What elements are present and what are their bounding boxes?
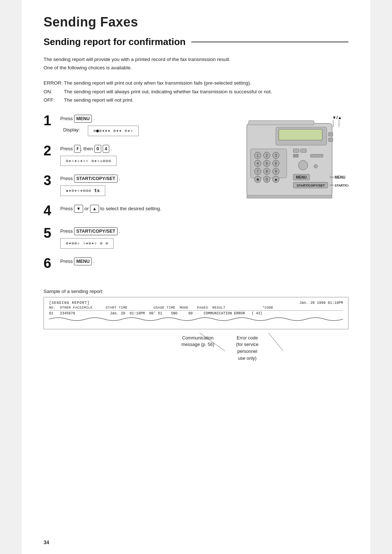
step-5-body: Press START/COPY/SET . ❊✦❊❊✧ ✧✦❊✦✧ ❊ ❊ bbox=[60, 225, 232, 249]
step-1-body: Press MENU . Display: ❊●❊✦✦✦ ❊✦✦ ❊✦✧ bbox=[60, 113, 232, 136]
svg-text:3: 3 bbox=[275, 154, 277, 158]
section-title: Sending report for confirmation bbox=[44, 36, 185, 48]
step-4: 4 Press ▼ or ▲ to select the desired set… bbox=[44, 203, 232, 219]
svg-rect-35 bbox=[301, 149, 306, 152]
step-6-body: Press MENU . bbox=[60, 255, 232, 267]
svg-text:START/COPY/SET: START/COPY/SET bbox=[297, 184, 325, 187]
svg-rect-37 bbox=[310, 154, 323, 157]
svg-text:9: 9 bbox=[275, 170, 277, 174]
svg-rect-43 bbox=[249, 121, 314, 125]
step-6-number: 6 bbox=[44, 255, 60, 271]
fax-svg: ▼/▲ 1 2 3 bbox=[240, 113, 348, 232]
title-rule bbox=[191, 41, 348, 43]
step-3-number: 3 bbox=[44, 172, 60, 188]
hash-key: ♯ bbox=[74, 145, 81, 153]
svg-text:7: 7 bbox=[257, 170, 259, 174]
sample-section: Sample of a sending report [SENDING REPO… bbox=[44, 289, 348, 362]
svg-text:4: 4 bbox=[257, 162, 259, 166]
svg-rect-48 bbox=[247, 195, 332, 198]
down-arrow-key: ▼ bbox=[74, 205, 83, 213]
step-6: 6 Press MENU . bbox=[44, 255, 232, 271]
display-text-3: ★✦❊✦✧✦❊❊❊ ts bbox=[60, 186, 105, 196]
svg-rect-7 bbox=[328, 138, 333, 142]
svg-text:5: 5 bbox=[266, 162, 268, 166]
display-label-1: Display: bbox=[63, 126, 85, 134]
start-copy-set-key-3: START/COPY/SET bbox=[74, 175, 117, 183]
main-content: 1 Press MENU . Display: ❊●❊✦✦✦ ❊✦✦ ❊✦✧ 2… bbox=[44, 113, 348, 278]
svg-text:START/COPY/SET: START/COPY/SET bbox=[335, 184, 348, 187]
annotation-labels: Communication message (p. 56) Error code… bbox=[181, 335, 258, 362]
menu-key-6: MENU bbox=[74, 257, 92, 265]
svg-rect-34 bbox=[293, 149, 299, 152]
step-2-body: Press ♯, then 0 4 . ❊✦✧✦✧✦✧✧ ❊✦✧✫❊❊❊ bbox=[60, 143, 232, 166]
svg-rect-5 bbox=[279, 129, 322, 140]
communication-annotation: Communication message (p. 56) bbox=[181, 335, 214, 362]
svg-rect-36 bbox=[293, 154, 298, 157]
svg-text:2: 2 bbox=[266, 154, 268, 158]
sample-label: Sample of a sending report bbox=[44, 289, 348, 294]
svg-text:1: 1 bbox=[257, 154, 259, 158]
report-data-row: 01 2345678 Jan. 20 01:18PM 00' 51 SND 00… bbox=[49, 311, 343, 315]
svg-text:■: ■ bbox=[275, 178, 277, 182]
up-arrow-key: ▲ bbox=[90, 205, 99, 213]
report-date: Jan. 20 1999 01:19PM bbox=[299, 301, 343, 305]
step-4-body: Press ▼ or ▲ to select the desired setti… bbox=[60, 203, 232, 214]
report-header-row: [SENDING REPORT] Jan. 20 1999 01:19PM bbox=[49, 301, 343, 305]
step-2: 2 Press ♯, then 0 4 . ❊✦✧✦✧✦✧✧ ❊✦✧✫❊❊❊ bbox=[44, 143, 232, 166]
step-5-number: 5 bbox=[44, 225, 60, 241]
step-4-number: 4 bbox=[44, 203, 60, 219]
error-code-annotation: Error code (for service personnel use on… bbox=[236, 335, 258, 362]
svg-text:0: 0 bbox=[266, 178, 268, 182]
page-number: 34 bbox=[44, 539, 49, 545]
start-copy-set-key-5: START/COPY/SET bbox=[74, 227, 117, 235]
svg-text:8: 8 bbox=[266, 170, 268, 174]
report-col-headers: NO. OTHER FACSIMILE START TIME USAGE TIM… bbox=[49, 306, 343, 311]
svg-text:✱: ✱ bbox=[256, 178, 259, 182]
step-2-number: 2 bbox=[44, 143, 60, 159]
svg-line-50 bbox=[269, 333, 283, 351]
svg-text:6: 6 bbox=[275, 162, 277, 166]
chapter-title: Sending Faxes bbox=[44, 15, 348, 30]
display-text-5: ❊✦❊❊✧ ✧✦❊✦✧ ❊ ❊ bbox=[60, 238, 114, 249]
fax-machine-diagram: ▼/▲ 1 2 3 bbox=[240, 113, 348, 234]
report-title: [SENDING REPORT] bbox=[49, 301, 90, 305]
step-1-number: 1 bbox=[44, 113, 60, 129]
key-4: 4 bbox=[103, 145, 110, 153]
section-title-bar: Sending report for confirmation bbox=[44, 36, 348, 48]
annotation-area: Communication message (p. 56) Error code… bbox=[44, 333, 348, 362]
intro-text: The sending report will provide you with… bbox=[44, 56, 348, 72]
step-5: 5 Press START/COPY/SET . ❊✦❊❊✧ ✧✦❊✦✧ ❊ ❊ bbox=[44, 225, 232, 249]
key-0: 0 bbox=[94, 145, 101, 153]
steps-column: 1 Press MENU . Display: ❊●❊✦✦✦ ❊✦✦ ❊✦✧ 2… bbox=[44, 113, 232, 278]
step-1: 1 Press MENU . Display: ❊●❊✦✦✦ ❊✦✦ ❊✦✧ bbox=[44, 113, 232, 136]
display-text-1: ❊●❊✦✦✦ ❊✦✦ ❊✦✧ bbox=[88, 126, 139, 136]
svg-point-33 bbox=[298, 160, 308, 170]
display-text-2: ❊✦✧✦✧✦✧✧ ❊✦✧✫❊❊❊ bbox=[60, 156, 117, 166]
svg-rect-6 bbox=[328, 133, 333, 136]
report-box: [SENDING REPORT] Jan. 20 1999 01:19PM NO… bbox=[44, 297, 348, 329]
step-3: 3 Press START/COPY/SET . ★✦❊✦✧✦❊❊❊ ts bbox=[44, 172, 232, 196]
svg-text:▼/▲: ▼/▲ bbox=[332, 115, 342, 120]
options-block: ERROR: The sending report will print out… bbox=[44, 79, 348, 105]
menu-key-1: MENU bbox=[74, 115, 92, 123]
svg-text:MENU: MENU bbox=[335, 175, 345, 179]
svg-point-38 bbox=[314, 164, 318, 168]
wavy-line bbox=[49, 315, 343, 323]
svg-text:MENU: MENU bbox=[296, 175, 306, 179]
step-3-body: Press START/COPY/SET . ★✦❊✦✧✦❊❊❊ ts bbox=[60, 172, 232, 196]
